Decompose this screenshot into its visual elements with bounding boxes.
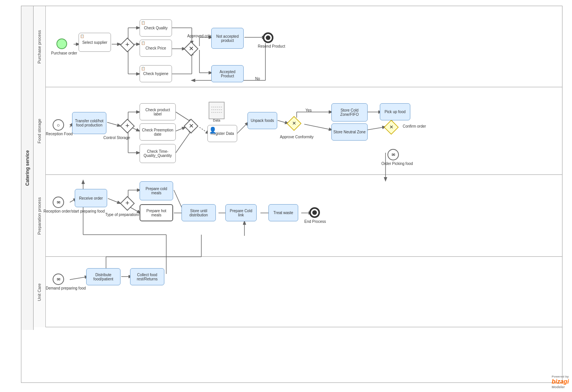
main-container: Catering service Purchase process Food s… [21, 6, 562, 383]
task-pickup-food[interactable]: Pick up food [380, 103, 410, 120]
svg-text:✕: ✕ [189, 45, 194, 52]
pool-label-text: Catering service [25, 150, 30, 186]
task-check-product-label[interactable]: Check product label [140, 103, 176, 120]
task-check-quality[interactable]: 📋 Check Quality [140, 19, 172, 37]
lane-preparation-label: Preparation process [34, 175, 46, 257]
bizagi-brand: bizagi [552, 378, 569, 385]
unit-care-label-text: Unit Care [37, 283, 42, 301]
svg-rect-66 [209, 102, 224, 119]
task-select-supplier[interactable]: 📋 Select supplier [79, 33, 111, 52]
task-store-neutral-zone[interactable]: Store Neutral Zone [331, 123, 368, 141]
bizagi-logo: Powered by bizagi Modeler [552, 375, 569, 389]
canvas-wrapper: Catering service Purchase process Food s… [0, 0, 572, 392]
event-order-picking-food: ✉ [387, 149, 399, 160]
not-accepted-product-label: Not accepted product [213, 34, 242, 43]
store-until-distribution-label: Store until distribution [183, 209, 214, 217]
lane-purchase-label: Purchase process [34, 6, 46, 87]
bizagi-product: Modeler [552, 385, 569, 389]
check-quality-label: Check Quality [144, 26, 167, 30]
end-process-label: End Process [304, 219, 326, 224]
check-hygiene-label: Check hygiene [143, 72, 168, 76]
svg-text:+: + [125, 122, 130, 130]
check-product-label-label: Check product label [141, 108, 174, 116]
pool-label: Catering service [21, 6, 34, 330]
gateway-approve-conformity: ✕ [286, 116, 302, 131]
check-preemption-label: Check Preemption date [141, 128, 174, 136]
task-check-preemption[interactable]: Check Preemption date [140, 123, 176, 141]
purchase-order-label: Purchase order [51, 51, 77, 55]
prepare-cold-meals-label: Prepare cold meals [141, 187, 171, 195]
task-accepted-product[interactable]: Accepted Product [211, 65, 244, 82]
task-store-until-distribution[interactable]: Store until distribution [182, 204, 216, 221]
order-picking-food-label: Order Picking food [381, 162, 413, 166]
yes-label: Yes [305, 108, 312, 112]
task-check-price[interactable]: 📋 Check Price [140, 40, 172, 57]
collect-food-label: Collect food rest/Returns [132, 273, 162, 281]
powered-by: Powered by [552, 375, 569, 378]
lane-food-storage-label: Food storage [34, 87, 46, 175]
check-time-quality-label: Check Time-Quality_Quantity [141, 149, 174, 158]
task-register-data[interactable]: 👤 Register Data [207, 125, 237, 142]
gateway-excl-1: ✕ [183, 41, 199, 56]
task-check-time-quality[interactable]: Check Time-Quality_Quantity [140, 144, 176, 163]
task-store-cold-zone[interactable]: Store Cold Zone/FIFO [331, 103, 368, 122]
task-prepare-cold-meals[interactable]: Prepare cold meals [140, 181, 173, 200]
no-label: No [255, 77, 260, 81]
preparation-label-text: Preparation process [37, 197, 42, 234]
gateway-excl-2: ✕ [183, 118, 199, 134]
pickup-food-label: Pick up food [384, 110, 405, 114]
task-collect-food[interactable]: Collect food rest/Returns [130, 268, 164, 285]
task-transfer-cold-hot[interactable]: Transfer cold/hot food production [72, 112, 106, 134]
event-reception-order: ✉ [53, 197, 64, 208]
gateway-confirm-order: ✕ [384, 120, 399, 135]
task-receive-order[interactable]: Receive order [75, 189, 107, 207]
transfer-cold-hot-label: Transfer cold/hot food production [74, 119, 104, 127]
lane-unit-care-label: Unit Care [34, 257, 46, 327]
doc-data: Data [208, 101, 227, 122]
reception-food-label: Reception Food [46, 132, 73, 136]
task-prepare-cold-link[interactable]: Prepare Cold link [225, 204, 257, 221]
store-cold-zone-label: Store Cold Zone/FIFO [333, 108, 366, 117]
event-reception-food: ○ [53, 119, 64, 131]
event-resend-product [263, 32, 273, 43]
svg-text:✕: ✕ [189, 123, 194, 129]
receive-order-label: Receive order [79, 196, 103, 200]
svg-text:Data: Data [213, 118, 220, 122]
svg-text:✕: ✕ [389, 124, 394, 130]
event-demand-preparing-food: ✉ [53, 274, 64, 285]
task-prepare-hot-meals[interactable]: Prepare hot meals [140, 204, 173, 221]
resend-product-label: Resend Product [258, 44, 285, 48]
gateway-parallel-3: + [120, 196, 135, 211]
purchase-label-text: Purchase process [37, 30, 42, 63]
task-not-accepted-product[interactable]: Not accepted product [211, 28, 244, 49]
control-storage-label: Control Storage [103, 136, 130, 140]
task-distribute-food[interactable]: Distribute food/patient [86, 268, 121, 285]
check-price-label: Check Price [146, 46, 166, 50]
svg-text:+: + [125, 199, 130, 207]
start-purchase-order [56, 38, 67, 49]
prepare-cold-link-label: Prepare Cold link [227, 209, 255, 217]
gateway-parallel-1: + [120, 37, 135, 53]
approve-conformity-label: Approve Conformity [280, 135, 313, 139]
distribute-food-label: Distribute food/patient [88, 273, 119, 281]
gateway-parallel-2: + [120, 118, 135, 134]
task-check-hygiene[interactable]: 📋 Check hygiene [140, 65, 172, 82]
prepare-hot-meals-label: Prepare hot meals [142, 209, 171, 217]
lane-unit-care: Unit Care [34, 257, 562, 327]
accepted-product-label: Accepted Product [213, 70, 242, 78]
lane-purchase: Purchase process [34, 6, 562, 87]
confirm-order-label: Confirm order [403, 124, 426, 128]
task-treat-waste[interactable]: Treat waste [268, 204, 298, 221]
store-neutral-zone-label: Store Neutral Zone [333, 130, 366, 134]
svg-text:+: + [125, 41, 130, 48]
demand-preparing-food-label: Demand preparing food [46, 286, 86, 290]
svg-text:✕: ✕ [292, 120, 296, 126]
event-end-process [309, 207, 320, 218]
food-storage-label-text: Food storage [37, 119, 42, 144]
reception-order-label: Reception order/start preparing food [43, 209, 74, 213]
task-unpack-foods[interactable]: Unpack foods [247, 112, 277, 129]
treat-waste-label: Treat waste [273, 211, 293, 215]
unpack-foods-label: Unpack foods [251, 118, 274, 123]
select-supplier-label: Select supplier [82, 40, 108, 45]
